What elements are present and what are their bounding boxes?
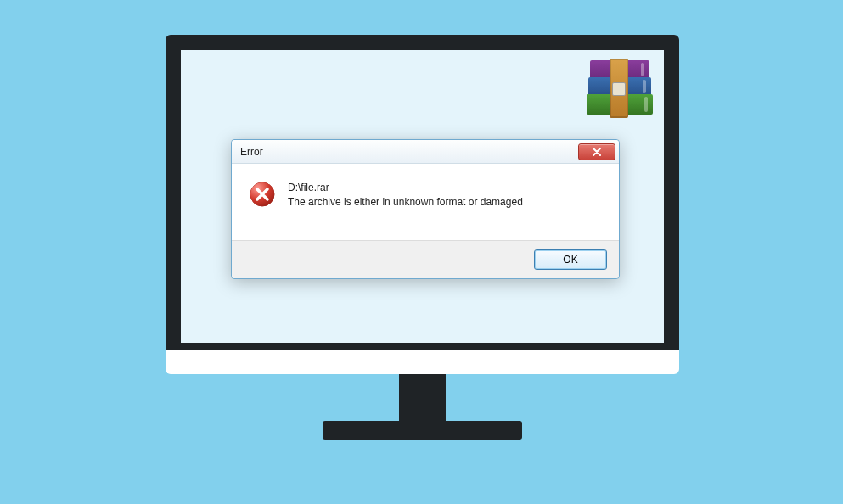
close-button[interactable] [578,143,615,160]
monitor-bezel: Error [166,35,679,357]
monitor-screen: Error [181,50,664,343]
dialog-title: Error [240,146,578,158]
close-icon [592,148,602,156]
dialog-titlebar: Error [232,140,619,164]
monitor-base [323,421,522,440]
error-dialog: Error [231,139,620,279]
monitor-illustration: Error [166,35,679,391]
winrar-icon [586,60,654,128]
error-icon [249,181,276,208]
monitor-neck [399,374,446,425]
dialog-footer: OK [232,240,619,278]
dialog-message-text: The archive is either in unknown format … [288,195,523,210]
winrar-buckle [612,82,626,96]
dialog-message: D:\file.rar The archive is either in unk… [288,181,523,227]
ok-button[interactable]: OK [534,249,607,270]
dialog-body: D:\file.rar The archive is either in unk… [232,164,619,240]
monitor-chin [166,350,679,374]
dialog-file-path: D:\file.rar [288,181,523,195]
